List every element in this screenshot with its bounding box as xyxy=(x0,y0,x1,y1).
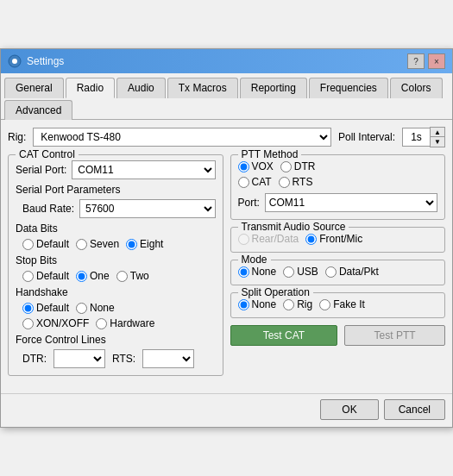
ptt-radio-row1: VOX DTR xyxy=(238,160,438,172)
stop-bits-group: Stop Bits Default One Two xyxy=(16,254,216,282)
tab-advanced[interactable]: Advanced xyxy=(4,100,72,120)
cat-control-group: CAT Control Serial Port: COM11 Serial Po… xyxy=(8,154,223,376)
data-bits-eight[interactable]: Eight xyxy=(126,238,163,250)
handshake-group: Handshake Default None XON/XOFF xyxy=(16,286,216,329)
mode-datapkt[interactable]: Data/Pkt xyxy=(325,266,379,278)
app-icon xyxy=(8,54,22,68)
force-control-row: DTR: RTS: xyxy=(22,349,216,368)
handshake-title: Handshake xyxy=(16,286,216,298)
stop-bits-radio-row: Default One Two xyxy=(22,270,216,282)
poll-up-button[interactable]: ▲ xyxy=(431,128,444,137)
transmit-rear-data[interactable]: Rear/Data xyxy=(238,233,299,245)
split-radio-row: None Rig Fake It xyxy=(238,298,438,310)
force-control-title: Force Control Lines xyxy=(16,334,216,346)
ok-button[interactable]: OK xyxy=(320,399,378,420)
stop-bits-one[interactable]: One xyxy=(76,270,110,282)
main-panels: CAT Control Serial Port: COM11 Serial Po… xyxy=(8,154,445,383)
mode-radio-row: None USB Data/Pkt xyxy=(238,266,438,278)
mode-group: Mode None USB Data/Pkt xyxy=(230,260,446,285)
transmit-audio-radio-row: Rear/Data Front/Mic xyxy=(238,233,438,245)
transmit-front-mic[interactable]: Front/Mic xyxy=(305,233,362,245)
cancel-button[interactable]: Cancel xyxy=(384,399,445,420)
split-operation-title: Split Operation xyxy=(238,286,313,298)
rts-select[interactable] xyxy=(142,349,194,368)
mode-title: Mode xyxy=(238,254,271,266)
data-bits-radio-row: Default Seven Eight xyxy=(22,238,216,250)
ptt-cat[interactable]: CAT xyxy=(238,176,272,188)
dtr-select[interactable] xyxy=(53,349,105,368)
data-bits-default[interactable]: Default xyxy=(22,238,69,250)
baud-rate-label: Baud Rate: xyxy=(22,203,74,215)
ptt-rts[interactable]: RTS xyxy=(279,176,313,188)
title-bar-controls: ? × xyxy=(407,53,445,69)
ptt-dtr[interactable]: DTR xyxy=(280,160,316,172)
stop-bits-title: Stop Bits xyxy=(16,254,216,266)
rig-label: Rig: xyxy=(8,131,26,143)
tab-reporting[interactable]: Reporting xyxy=(240,78,307,98)
baud-rate-row: Baud Rate: 57600 xyxy=(22,199,216,218)
rts-label: RTS: xyxy=(112,353,135,365)
test-ptt-button[interactable]: Test PTT xyxy=(344,325,445,346)
handshake-none[interactable]: None xyxy=(76,302,115,314)
rig-select[interactable]: Kenwood TS-480 xyxy=(33,128,331,147)
tab-tx-macros[interactable]: Tx Macros xyxy=(167,78,238,98)
handshake-xon[interactable]: XON/XOFF xyxy=(22,317,89,329)
tab-bar: General Radio Audio Tx Macros Reporting … xyxy=(1,73,452,120)
ptt-vox[interactable]: VOX xyxy=(238,160,274,172)
tab-frequencies[interactable]: Frequencies xyxy=(309,78,388,98)
test-cat-button[interactable]: Test CAT xyxy=(230,325,338,346)
window-title: Settings xyxy=(27,55,64,67)
test-buttons-row: Test CAT Test PTT xyxy=(230,325,446,346)
data-bits-group: Data Bits Default Seven Eight xyxy=(16,222,216,250)
handshake-hardware[interactable]: Hardware xyxy=(96,317,154,329)
mode-none[interactable]: None xyxy=(238,266,277,278)
split-fake-it[interactable]: Fake It xyxy=(319,298,365,310)
poll-down-button[interactable]: ▼ xyxy=(431,137,444,147)
tab-radio[interactable]: Radio xyxy=(66,78,115,98)
handshake-radio-row2: XON/XOFF Hardware xyxy=(22,317,216,329)
help-button[interactable]: ? xyxy=(407,53,425,69)
serial-port-row: Serial Port: COM11 xyxy=(16,160,216,179)
baud-rate-select[interactable]: 57600 xyxy=(79,199,215,218)
svg-point-1 xyxy=(12,59,17,64)
ptt-port-label: Port: xyxy=(238,197,260,209)
handshake-radio-row: Default None xyxy=(22,302,216,314)
settings-window: Settings ? × General Radio Audio Tx Macr… xyxy=(0,48,453,428)
split-rig[interactable]: Rig xyxy=(283,298,312,310)
mode-usb[interactable]: USB xyxy=(283,266,318,278)
serial-port-select[interactable]: COM11 xyxy=(72,160,215,179)
data-bits-seven[interactable]: Seven xyxy=(76,238,119,250)
ptt-port-select[interactable]: COM11 xyxy=(265,193,437,212)
serial-port-label: Serial Port: xyxy=(16,164,66,176)
tab-audio[interactable]: Audio xyxy=(116,78,166,98)
stop-bits-default[interactable]: Default xyxy=(22,270,69,282)
title-bar: Settings ? × xyxy=(1,49,452,73)
cat-control-title: CAT Control xyxy=(16,148,79,160)
panel-left: CAT Control Serial Port: COM11 Serial Po… xyxy=(8,154,223,383)
stop-bits-two[interactable]: Two xyxy=(116,270,149,282)
panel-right: PTT Method VOX DTR CAT xyxy=(230,154,446,383)
transmit-audio-group: Transmit Audio Source Rear/Data Front/Mi… xyxy=(230,227,446,253)
data-bits-title: Data Bits xyxy=(16,222,216,235)
content-area: Rig: Kenwood TS-480 Poll Interval: ▲ ▼ C… xyxy=(1,120,452,390)
serial-params-label: Serial Port Parameters xyxy=(16,184,216,196)
ptt-method-group: PTT Method VOX DTR CAT xyxy=(230,154,446,220)
handshake-default[interactable]: Default xyxy=(22,302,69,314)
dtr-label: DTR: xyxy=(22,353,47,365)
ptt-radio-row2: CAT RTS xyxy=(238,176,438,188)
title-bar-left: Settings xyxy=(8,54,64,68)
tab-colors[interactable]: Colors xyxy=(390,78,443,98)
tab-general[interactable]: General xyxy=(4,78,64,98)
force-control-group: Force Control Lines DTR: RTS: xyxy=(16,334,216,368)
split-none[interactable]: None xyxy=(238,298,277,310)
ptt-port-row: Port: COM11 xyxy=(238,193,438,212)
poll-interval-spinner: ▲ ▼ xyxy=(402,127,445,147)
poll-interval-input[interactable] xyxy=(402,128,430,147)
footer-buttons: OK Cancel xyxy=(1,393,452,427)
rig-row: Rig: Kenwood TS-480 Poll Interval: ▲ ▼ xyxy=(8,127,445,147)
ptt-method-title: PTT Method xyxy=(238,148,302,160)
poll-interval-label: Poll Interval: xyxy=(338,131,395,143)
poll-interval-buttons: ▲ ▼ xyxy=(430,127,445,147)
close-button[interactable]: × xyxy=(428,53,445,69)
split-operation-group: Split Operation None Rig Fake It xyxy=(230,292,446,318)
